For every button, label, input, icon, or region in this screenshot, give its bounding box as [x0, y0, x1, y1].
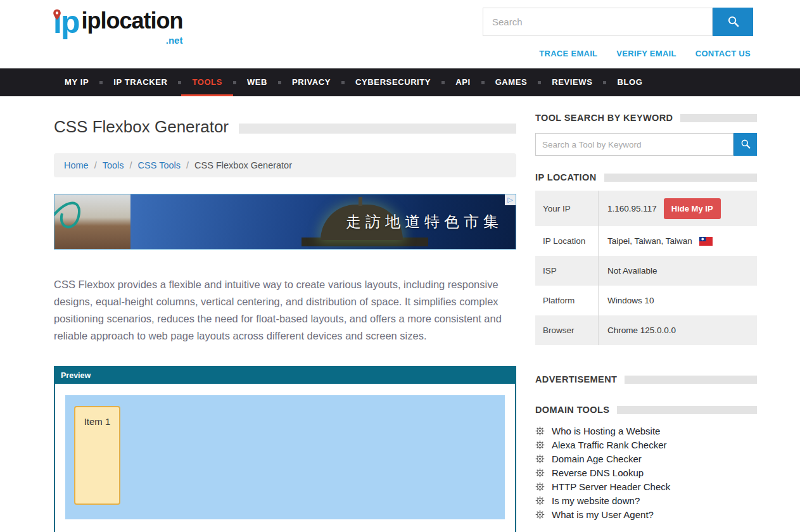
trace-email-link[interactable]: TRACE EMAIL	[539, 49, 597, 58]
nav-item-games[interactable]: GAMES	[485, 68, 538, 96]
isp-value: Not Available	[607, 266, 657, 276]
logo-tld: .net	[166, 35, 183, 46]
heading-decoration-bar	[604, 174, 757, 182]
table-row: ISP Not Available	[535, 256, 757, 286]
heading-decoration-bar	[617, 406, 757, 414]
nav-item-reviews[interactable]: REVIEWS	[541, 68, 603, 96]
list-item-domain-age[interactable]: Domain Age Checker	[535, 452, 757, 466]
preview-body: Item 1	[55, 384, 515, 532]
heading-decoration-bar	[625, 376, 757, 384]
list-item-label: HTTP Server Header Check	[552, 481, 670, 492]
search-input[interactable]	[483, 8, 713, 36]
flex-item-1: Item 1	[74, 406, 120, 505]
adchoices-icon[interactable]: ▷	[505, 194, 516, 205]
search-icon	[740, 139, 751, 151]
intro-paragraph: CSS Flexbox provides a flexible and intu…	[54, 276, 516, 345]
ip-row-label: IP Location	[535, 226, 599, 256]
gear-icon	[535, 468, 545, 478]
list-item-label: Who is Hosting a Website	[552, 426, 660, 436]
site-logo[interactable]: ip iplocation .net	[53, 8, 182, 37]
gear-icon	[535, 454, 545, 464]
ad-building-spire	[359, 197, 362, 206]
list-item-label: Reverse DNS Lookup	[552, 467, 644, 478]
site-search	[483, 8, 753, 36]
domain-tools-heading-row: DOMAIN TOOLS	[535, 405, 757, 415]
flex-container: Item 1	[65, 395, 505, 519]
table-row: Your IP 1.160.95.117 Hide My IP	[535, 191, 757, 226]
gear-icon	[535, 510, 545, 519]
verify-email-link[interactable]: VERIFY EMAIL	[616, 49, 676, 58]
ip-info-table: Your IP 1.160.95.117 Hide My IP IP Locat…	[535, 191, 757, 345]
ad-caption-text: 走訪地道特色市集	[346, 212, 503, 232]
preview-header-label: Preview	[55, 367, 515, 384]
tool-search-heading: TOOL SEARCH BY KEYWORD	[535, 113, 673, 123]
nav-item-api[interactable]: API	[445, 68, 481, 96]
ad-image-left	[54, 194, 130, 249]
tool-search	[535, 133, 757, 156]
ip-row-label: Platform	[535, 286, 599, 315]
advertisement-heading: ADVERTISEMENT	[535, 374, 617, 384]
nav-item-ip-tracker[interactable]: IP TRACKER	[103, 68, 178, 96]
advertisement-heading-row: ADVERTISEMENT	[535, 374, 757, 384]
nav-item-web[interactable]: WEB	[236, 68, 278, 96]
table-row: Platform Windows 10	[535, 286, 757, 315]
ad-squiggle-graphic	[54, 194, 130, 249]
gear-icon	[535, 426, 545, 436]
ip-location-value: Taipei, Taiwan, Taiwan	[607, 236, 692, 246]
main-nav: MY IP IP TRACKER TOOLS WEB PRIVACY CYBER…	[0, 68, 800, 96]
domain-tools-heading: DOMAIN TOOLS	[535, 405, 609, 415]
taiwan-flag-icon	[699, 237, 713, 246]
nav-item-tools[interactable]: TOOLS	[181, 68, 233, 96]
main-content: CSS Flexbox Generator Home / Tools / CSS…	[54, 117, 516, 532]
gear-icon	[535, 482, 545, 491]
your-ip-value: 1.160.95.117	[607, 204, 657, 213]
list-item-label: Domain Age Checker	[552, 453, 642, 464]
ip-row-label: Your IP	[535, 191, 599, 226]
search-icon	[727, 15, 739, 29]
top-header: ip iplocation .net TRACE EMAIL VERIFY EM…	[0, 0, 800, 68]
logo-text: iplocation	[81, 8, 182, 34]
sidebar: TOOL SEARCH BY KEYWORD IP LOCATION Your …	[535, 113, 757, 521]
list-item-alexa-rank[interactable]: Alexa Traffic Rank Checker	[535, 438, 757, 452]
breadcrumb-home[interactable]: Home	[64, 160, 89, 170]
logo-wordmark: iplocation .net	[81, 8, 182, 37]
tool-search-input[interactable]	[535, 133, 733, 156]
list-item-hosting-checker[interactable]: Who is Hosting a Website	[535, 424, 757, 438]
title-decoration-bar	[239, 124, 516, 134]
list-item-label: What is my User Agent?	[552, 509, 654, 520]
list-item-label: Is my website down?	[552, 495, 640, 506]
hide-my-ip-button[interactable]: Hide My IP	[664, 198, 721, 219]
nav-item-blog[interactable]: BLOG	[606, 68, 653, 96]
list-item-http-header[interactable]: HTTP Server Header Check	[535, 479, 757, 493]
ip-row-label: Browser	[535, 315, 599, 345]
search-button[interactable]	[713, 8, 753, 36]
ad-image-main: 走訪地道特色市集 ▷	[130, 194, 516, 249]
ad-banner[interactable]: 走訪地道特色市集 ▷	[54, 194, 516, 250]
table-row: Browser Chrome 125.0.0.0	[535, 315, 757, 345]
tool-search-heading-row: TOOL SEARCH BY KEYWORD	[535, 113, 757, 123]
gear-icon	[535, 496, 545, 505]
platform-value: Windows 10	[607, 296, 654, 305]
tool-search-button[interactable]	[733, 133, 757, 156]
breadcrumb-separator: /	[94, 160, 97, 170]
list-item-website-down[interactable]: Is my website down?	[535, 493, 757, 507]
breadcrumb: Home / Tools / CSS Tools / CSS Flexbox G…	[54, 153, 516, 177]
gear-icon	[535, 440, 545, 450]
list-item-reverse-dns[interactable]: Reverse DNS Lookup	[535, 466, 757, 479]
breadcrumb-current: CSS Flexbox Generator	[194, 160, 292, 170]
logo-mark: ip	[53, 8, 79, 37]
browser-value: Chrome 125.0.0.0	[607, 326, 676, 335]
breadcrumb-tools[interactable]: Tools	[103, 160, 124, 170]
nav-item-privacy[interactable]: PRIVACY	[281, 68, 341, 96]
list-item-user-agent[interactable]: What is my User Agent?	[535, 507, 757, 521]
flexbox-preview: Preview Item 1	[54, 366, 516, 532]
breadcrumb-separator: /	[186, 160, 189, 170]
domain-tools-list: Who is Hosting a Website Alexa Traffic R…	[535, 424, 757, 521]
contact-us-link[interactable]: CONTACT US	[695, 49, 751, 58]
breadcrumb-css-tools[interactable]: CSS Tools	[138, 160, 181, 170]
ip-row-label: ISP	[535, 256, 599, 286]
nav-item-cybersecurity[interactable]: CYBERSECURITY	[345, 68, 441, 96]
page-title: CSS Flexbox Generator	[54, 117, 229, 137]
header-links: TRACE EMAIL VERIFY EMAIL CONTACT US	[539, 49, 751, 58]
nav-item-my-ip[interactable]: MY IP	[54, 68, 99, 96]
